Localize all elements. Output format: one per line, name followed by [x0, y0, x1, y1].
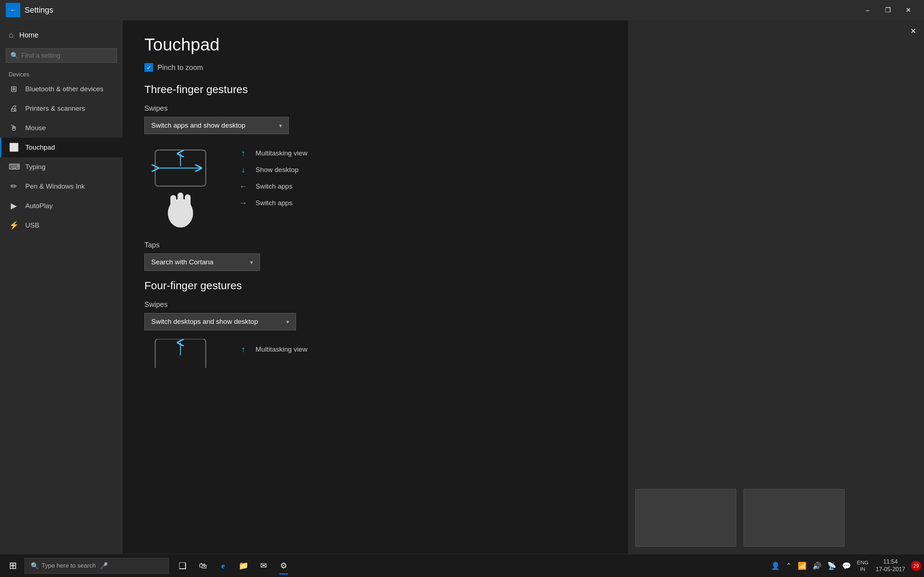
back-button[interactable]: ←	[6, 3, 20, 17]
legend-down: ↓ Show desktop	[238, 165, 307, 174]
sidebar-item-pen[interactable]: ✏ Pen & Windows Ink	[0, 177, 123, 196]
volume-icon[interactable]: 🔊	[811, 560, 823, 572]
sidebar-item-bluetooth-label: Bluetooth & other devices	[25, 85, 103, 93]
right-panel-thumbnails	[628, 482, 924, 554]
maximize-button[interactable]: ❐	[878, 0, 898, 20]
sidebar-section-label: Devices	[0, 69, 123, 79]
swipes-dropdown-value: Switch apps and show desktop	[151, 121, 246, 129]
pinch-to-zoom-checkbox[interactable]: ✓	[144, 63, 153, 72]
sidebar-item-home[interactable]: ⌂ Home	[0, 26, 123, 44]
right-panel-close-button[interactable]: ✕	[906, 24, 921, 38]
taskbar-app-edge[interactable]: e	[214, 556, 233, 575]
action-center-icon[interactable]: 💬	[841, 560, 853, 572]
down-arrow-icon: ↓	[238, 165, 248, 174]
search-input[interactable]	[21, 52, 112, 60]
legend-left-label: Switch apps	[255, 182, 292, 190]
thumbnail-1[interactable]	[635, 489, 736, 547]
sidebar-item-usb-label: USB	[25, 221, 39, 229]
sidebar-item-pen-label: Pen & Windows Ink	[25, 182, 85, 190]
sidebar-item-touchpad[interactable]: ⬜ Touchpad	[0, 138, 123, 157]
four-up-arrow-icon: ↑	[238, 345, 248, 354]
taskbar-search-box[interactable]: 🔍 Type here to search 🎤	[24, 558, 169, 574]
four-finger-swipes-dropdown[interactable]: Switch desktops and show desktop ▾	[144, 313, 296, 330]
mouse-icon: 🖱	[9, 123, 19, 133]
sidebar-item-mouse[interactable]: 🖱 Mouse	[0, 118, 123, 138]
taskbar-app-store[interactable]: 🛍	[194, 556, 212, 575]
three-finger-gesture-image	[144, 143, 216, 229]
legend-left: ← Switch apps	[238, 182, 307, 191]
edge-icon: e	[221, 561, 225, 571]
typing-icon: ⌨	[9, 162, 19, 172]
taskbar: ⊞ 🔍 Type here to search 🎤 ❑ 🛍 e 📁 ✉ ⚙ 👤 …	[0, 554, 924, 577]
legend-down-label: Show desktop	[255, 166, 299, 174]
taps-dropdown[interactable]: Search with Cortana ▾	[144, 253, 260, 271]
taskbar-search-icon: 🔍	[31, 562, 39, 570]
legend-up: ↑ Multitasking view	[238, 148, 307, 158]
taps-dropdown-value: Search with Cortana	[151, 258, 213, 266]
taskbar-mic-icon[interactable]: 🎤	[100, 562, 108, 570]
start-button[interactable]: ⊞	[3, 556, 23, 576]
search-icon: 🔍	[10, 52, 18, 60]
sidebar-item-bluetooth[interactable]: ⊞ Bluetooth & other devices	[0, 79, 123, 99]
sidebar-item-printers-label: Printers & scanners	[25, 105, 85, 113]
svg-rect-7	[185, 194, 191, 214]
taskbar-search-text: Type here to search	[42, 562, 96, 569]
left-arrow-icon: ←	[238, 182, 248, 191]
legend-up-label: Multitasking view	[255, 149, 307, 157]
search-box[interactable]: 🔍	[6, 48, 117, 63]
usb-icon: ⚡	[9, 221, 19, 230]
tray-clock: 11:54	[876, 558, 905, 566]
minimize-button[interactable]: –	[858, 0, 878, 20]
close-button[interactable]: ✕	[898, 0, 918, 20]
mail-icon: ✉	[260, 561, 267, 571]
taskbar-apps: ❑ 🛍 e 📁 ✉ ⚙	[173, 556, 293, 575]
printers-icon: 🖨	[9, 104, 19, 113]
home-label: Home	[19, 31, 38, 39]
tray-time[interactable]: 11:54 17-05-2017	[873, 557, 908, 575]
right-arrow-icon: →	[238, 198, 248, 208]
gesture-legend: ↑ Multitasking view ↓ Show desktop ← Swi…	[238, 143, 307, 208]
sidebar-item-printers[interactable]: 🖨 Printers & scanners	[0, 99, 123, 118]
sidebar-item-autoplay-label: AutoPlay	[25, 202, 53, 210]
four-finger-multitasking-label: Multitasking view	[255, 345, 307, 353]
people-icon[interactable]: 👤	[769, 560, 782, 572]
up-arrow-icon: ↑	[238, 148, 248, 158]
sidebar-item-usb[interactable]: ⚡ USB	[0, 216, 123, 235]
taps-chevron-down-icon: ▾	[250, 259, 253, 266]
chevron-down-icon: ▾	[279, 122, 282, 129]
sidebar: ⌂ Home 🔍 Devices ⊞ Bluetooth & other dev…	[0, 20, 123, 554]
wifi-icon[interactable]: 📡	[826, 560, 838, 572]
sidebar-item-typing-label: Typing	[25, 163, 45, 171]
window-controls: – ❐ ✕	[858, 0, 918, 20]
taskbar-app-taskview[interactable]: ❑	[173, 556, 192, 575]
thumbnail-2[interactable]	[743, 489, 845, 547]
taskbar-app-settings[interactable]: ⚙	[274, 556, 293, 575]
app-title: Settings	[24, 5, 853, 15]
notification-badge[interactable]: 29	[911, 561, 921, 571]
pen-icon: ✏	[9, 182, 19, 191]
tray-date: 17-05-2017	[876, 566, 905, 574]
sidebar-item-autoplay[interactable]: ▶ AutoPlay	[0, 196, 123, 216]
network-icon[interactable]: 📶	[796, 560, 808, 572]
up-arrow-tray-icon[interactable]: ⌃	[784, 560, 793, 572]
settings-icon: ⚙	[280, 561, 287, 571]
taskbar-tray: 👤 ⌃ 📶 🔊 📡 💬 ENGIN 11:54 17-05-2017 29	[769, 557, 921, 575]
taskbar-app-mail[interactable]: ✉	[254, 556, 273, 575]
svg-rect-6	[178, 193, 183, 213]
sidebar-item-typing[interactable]: ⌨ Typing	[0, 157, 123, 177]
swipes-dropdown[interactable]: Switch apps and show desktop ▾	[144, 117, 289, 134]
autoplay-icon: ▶	[9, 201, 19, 211]
legend-right-label: Switch apps	[255, 199, 292, 207]
sidebar-item-touchpad-label: Touchpad	[25, 143, 55, 152]
home-icon: ⌂	[9, 30, 13, 40]
files-icon: 📁	[239, 561, 248, 571]
sidebar-item-mouse-label: Mouse	[25, 124, 46, 132]
touchpad-icon: ⬜	[9, 143, 19, 152]
four-finger-legend-up: ↑ Multitasking view	[238, 345, 307, 354]
four-finger-chevron-down-icon: ▾	[286, 318, 289, 325]
four-finger-gesture-image	[144, 339, 216, 368]
taskview-icon: ❑	[179, 561, 187, 571]
four-finger-legend: ↑ Multitasking view	[238, 339, 307, 354]
start-icon: ⊞	[9, 560, 17, 571]
taskbar-app-files[interactable]: 📁	[234, 556, 253, 575]
